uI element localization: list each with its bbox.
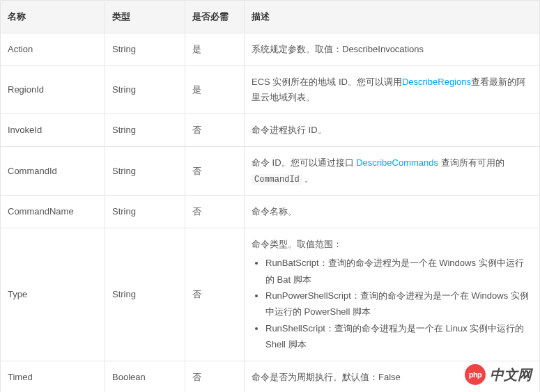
cell-name: CommandId: [1, 147, 105, 195]
php-logo-icon: php: [465, 364, 486, 385]
cell-required: 否: [185, 228, 245, 361]
cell-type: String: [105, 33, 185, 66]
desc-list: RunBatScript：查询的命令进程为是一个在 Windows 实例中运行的…: [252, 255, 532, 352]
cell-name: CommandName: [1, 195, 105, 228]
cell-name: InvokeId: [1, 114, 105, 147]
cell-type: Boolean: [105, 361, 185, 392]
table-row: CommandId String 否 命令 ID。您可以通过接口 Describ…: [1, 147, 540, 195]
table-row: Action String 是 系统规定参数。取值：DescribeInvoca…: [1, 33, 540, 66]
cell-required: 否: [185, 361, 245, 392]
desc-text: ECS 实例所在的地域 ID。您可以调用: [252, 77, 402, 87]
cell-desc: 系统规定参数。取值：DescribeInvocations: [245, 33, 540, 66]
list-item: RunShellScript：查询的命令进程为是一个在 Linux 实例中运行的…: [265, 320, 532, 353]
params-table: 名称 类型 是否必需 描述 Action String 是 系统规定参数。取值：…: [0, 0, 540, 392]
cell-desc: 命令名称。: [245, 195, 540, 228]
cell-name: Action: [1, 33, 105, 66]
cell-required: 是: [185, 66, 245, 114]
desc-text: 。: [302, 173, 314, 184]
th-required: 是否必需: [185, 1, 245, 33]
table-row: CommandName String 否 命令名称。: [1, 195, 540, 228]
cell-type: String: [105, 195, 185, 228]
table-row: InvokeId String 否 命令进程执行 ID。: [1, 114, 540, 147]
cell-desc: 命令类型。取值范围： RunBatScript：查询的命令进程为是一个在 Win…: [245, 228, 540, 361]
cell-name: Timed: [1, 361, 105, 392]
cell-desc: ECS 实例所在的地域 ID。您可以调用DescribeRegions查看最新的…: [245, 66, 540, 114]
th-type: 类型: [105, 1, 185, 33]
cell-name: RegionId: [1, 66, 105, 114]
list-item: RunBatScript：查询的命令进程为是一个在 Windows 实例中运行的…: [265, 255, 532, 288]
link-describe-commands[interactable]: DescribeCommands: [356, 157, 438, 168]
watermark: php 中文网: [461, 363, 536, 386]
cell-type: String: [105, 228, 185, 361]
cell-name: Type: [1, 228, 105, 361]
th-desc: 描述: [245, 1, 540, 33]
table-header-row: 名称 类型 是否必需 描述: [1, 1, 540, 33]
list-item: RunPowerShellScript：查询的命令进程为是一个在 Windows…: [265, 288, 532, 320]
th-name: 名称: [1, 1, 105, 33]
cell-desc: 命令 ID。您可以通过接口 DescribeCommands 查询所有可用的 C…: [245, 147, 540, 195]
cell-required: 否: [185, 147, 245, 195]
table-row: Timed Boolean 否 命令是否为周期执行。默认值：False: [1, 361, 540, 392]
cell-required: 否: [185, 114, 245, 147]
desc-text: 查询所有可用的: [438, 157, 504, 168]
cell-required: 否: [185, 195, 245, 228]
link-describe-regions[interactable]: DescribeRegions: [402, 77, 471, 87]
cell-required: 是: [185, 33, 245, 66]
table-row: RegionId String 是 ECS 实例所在的地域 ID。您可以调用De…: [1, 66, 540, 114]
cell-desc: 命令进程执行 ID。: [245, 114, 540, 147]
table-row: Type String 否 命令类型。取值范围： RunBatScript：查询…: [1, 228, 540, 361]
desc-text: 命令 ID。您可以通过接口: [252, 157, 356, 168]
cell-type: String: [105, 114, 185, 147]
watermark-text: 中文网: [490, 366, 532, 384]
code-commandid: CommandId: [252, 174, 302, 185]
desc-intro: 命令类型。取值范围：: [252, 239, 342, 249]
cell-type: String: [105, 147, 185, 195]
cell-type: String: [105, 66, 185, 114]
